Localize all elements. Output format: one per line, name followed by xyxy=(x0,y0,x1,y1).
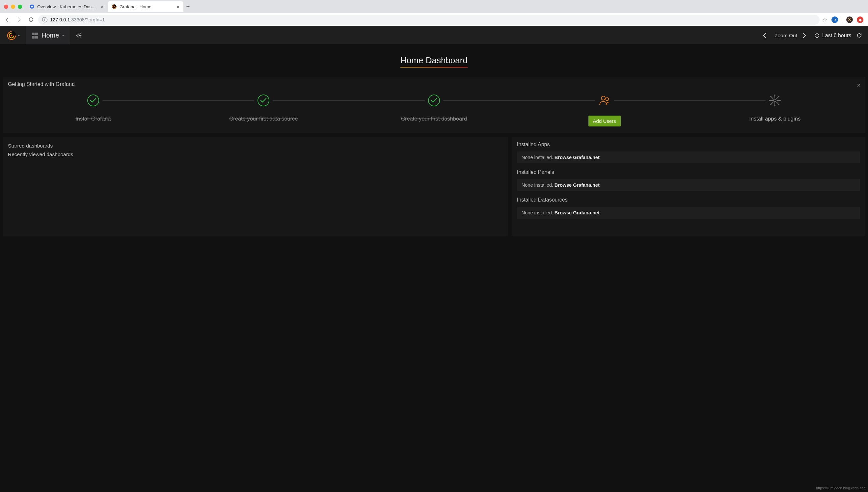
onboarding-step: Create your first dashboard xyxy=(349,94,519,122)
svg-point-1 xyxy=(31,6,32,7)
divider xyxy=(842,17,842,23)
extension-icon[interactable]: ◆ xyxy=(857,17,863,23)
svg-point-29 xyxy=(779,100,781,101)
chevron-down-icon: ▾ xyxy=(18,33,20,37)
browser-address-bar: i 127.0.0.1:33308/?orgId=1 ☆ e ⦿ ◆ xyxy=(0,13,868,26)
time-range-forward-button[interactable] xyxy=(802,33,809,38)
time-range-back-button[interactable] xyxy=(763,33,769,38)
users-icon xyxy=(598,94,611,107)
none-installed-text: None installed. xyxy=(522,210,554,215)
reload-button[interactable] xyxy=(26,15,35,24)
dashboard-grid-icon xyxy=(32,32,38,39)
onboarding-step: Install apps & plugins xyxy=(690,94,860,122)
svg-point-33 xyxy=(770,104,771,105)
browser-tab-kubernetes[interactable]: Overview - Kubernetes Dashbo × xyxy=(25,1,108,12)
grafana-content: Home Dashboard Getting Started with Graf… xyxy=(0,45,868,492)
site-info-icon[interactable]: i xyxy=(42,17,47,22)
tab-title: Overview - Kubernetes Dashbo xyxy=(37,4,98,9)
installed-panels-header: Installed Panels xyxy=(517,169,860,175)
step-label[interactable]: Create your first data source xyxy=(229,116,298,122)
zoom-out-button[interactable]: Zoom Out xyxy=(774,32,797,39)
time-range-picker[interactable]: Last 6 hours xyxy=(814,32,851,39)
svg-point-26 xyxy=(774,95,775,96)
omnibox[interactable]: i 127.0.0.1:33308/?orgId=1 xyxy=(38,15,820,25)
grafana-app: ▾ Home ▾ Zoom Out Last 6 xyxy=(0,26,868,492)
installed-datasources-header: Installed Datasources xyxy=(517,197,860,203)
onboarding-step: Create your first data source xyxy=(178,94,349,122)
none-installed-text: None installed. xyxy=(522,182,554,188)
browser-tab-grafana[interactable]: Grafana - Home × xyxy=(108,1,183,12)
back-button[interactable] xyxy=(3,15,12,24)
watermark: https://liumiaocn.blog.csdn.net xyxy=(816,486,865,490)
grafana-logo-menu[interactable]: ▾ xyxy=(0,26,26,45)
extension-icon[interactable]: ⦿ xyxy=(846,17,853,23)
svg-point-30 xyxy=(770,96,771,97)
installed-panel: Installed Apps None installed. Browse Gr… xyxy=(512,137,865,236)
chevron-down-icon: ▾ xyxy=(62,33,64,37)
extension-icon[interactable]: e xyxy=(832,17,838,23)
add-users-button[interactable]: Add Users xyxy=(589,116,621,126)
svg-rect-8 xyxy=(32,36,34,39)
svg-point-13 xyxy=(258,95,269,106)
svg-point-5 xyxy=(11,34,13,36)
starred-dashboards-header: Starred dashboards xyxy=(8,142,502,150)
svg-point-27 xyxy=(774,105,775,106)
browser-chrome: Overview - Kubernetes Dashbo × Grafana -… xyxy=(0,0,868,26)
panel-title: Getting Started with Grafana xyxy=(8,81,860,87)
check-icon xyxy=(257,94,270,107)
svg-point-28 xyxy=(769,100,770,101)
step-label[interactable]: Install Grafana xyxy=(75,116,110,122)
check-icon xyxy=(427,94,441,107)
svg-point-31 xyxy=(778,104,779,105)
installed-panels-row: None installed. Browse Grafana.net xyxy=(517,179,860,191)
clock-icon xyxy=(814,33,820,38)
svg-point-15 xyxy=(601,96,605,100)
bookmark-star-icon[interactable]: ☆ xyxy=(822,16,827,23)
svg-point-17 xyxy=(773,99,776,102)
svg-point-3 xyxy=(114,6,115,7)
mac-fullscreen-button[interactable] xyxy=(18,5,22,9)
tab-title: Grafana - Home xyxy=(120,4,174,9)
onboarding-step: Add Users xyxy=(519,94,690,126)
dashboard-title: Home Dashboard xyxy=(400,55,468,68)
settings-button[interactable] xyxy=(70,26,88,45)
svg-point-32 xyxy=(778,96,779,97)
getting-started-panel: Getting Started with Grafana ✕ Install G… xyxy=(3,77,865,133)
time-range-label: Last 6 hours xyxy=(822,32,851,39)
check-icon xyxy=(86,94,100,107)
installed-apps-header: Installed Apps xyxy=(517,142,860,148)
browse-grafana-link[interactable]: Browse Grafana.net xyxy=(554,182,600,188)
close-icon[interactable]: × xyxy=(176,4,179,9)
browse-grafana-link[interactable]: Browse Grafana.net xyxy=(554,155,600,160)
mac-close-button[interactable] xyxy=(4,5,8,9)
close-icon[interactable]: × xyxy=(101,4,104,9)
grafana-top-nav: ▾ Home ▾ Zoom Out Last 6 xyxy=(0,26,868,45)
dashboards-list-panel: Starred dashboards Recently viewed dashb… xyxy=(3,137,508,236)
address-bar-right: ☆ e ⦿ ◆ xyxy=(822,16,865,23)
new-tab-button[interactable]: + xyxy=(183,3,193,10)
step-label[interactable]: Install apps & plugins xyxy=(749,116,800,122)
plugins-icon xyxy=(768,94,782,107)
breadcrumb-label: Home xyxy=(42,32,59,39)
refresh-button[interactable] xyxy=(857,32,862,38)
dashboard-picker[interactable]: Home ▾ xyxy=(26,26,70,45)
svg-point-12 xyxy=(88,95,99,106)
mac-minimize-button[interactable] xyxy=(11,5,15,9)
forward-button[interactable] xyxy=(15,15,24,24)
grafana-icon xyxy=(111,4,117,9)
panel-close-button[interactable]: ✕ xyxy=(857,83,861,88)
svg-rect-9 xyxy=(35,36,38,39)
step-label[interactable]: Create your first dashboard xyxy=(401,116,467,122)
installed-ds-row: None installed. Browse Grafana.net xyxy=(517,207,860,219)
kubernetes-icon xyxy=(29,4,34,9)
svg-point-14 xyxy=(428,95,440,106)
mac-window-controls xyxy=(2,5,25,9)
svg-point-10 xyxy=(78,34,80,36)
svg-rect-7 xyxy=(35,32,38,35)
onboarding-step: Install Grafana xyxy=(8,94,178,122)
svg-point-16 xyxy=(605,98,609,101)
recent-dashboards-header: Recently viewed dashboards xyxy=(8,150,502,159)
browse-grafana-link[interactable]: Browse Grafana.net xyxy=(554,210,600,215)
installed-apps-row: None installed. Browse Grafana.net xyxy=(517,151,860,163)
getting-started-steps: Install GrafanaCreate your first data so… xyxy=(8,92,860,126)
